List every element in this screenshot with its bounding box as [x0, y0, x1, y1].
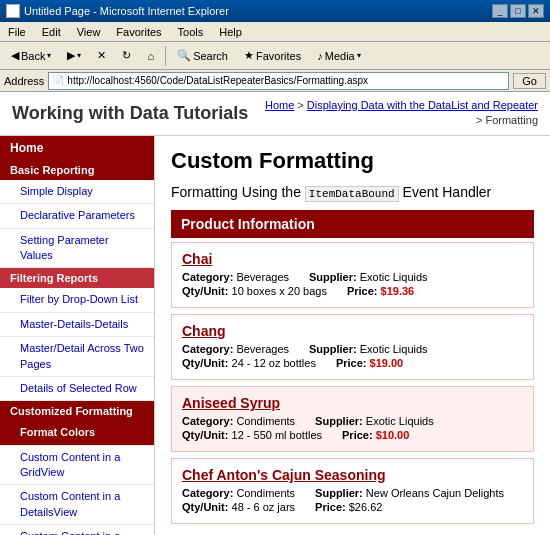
product-supplier-aniseed: Supplier: Exotic Liquids — [315, 415, 434, 427]
menu-favorites[interactable]: Favorites — [112, 24, 165, 40]
menu-edit[interactable]: Edit — [38, 24, 65, 40]
section-subtitle: Formatting Using the ItemDataBound Event… — [171, 184, 534, 200]
forward-button[interactable]: ▶ ▾ — [60, 46, 88, 65]
page-header: Working with Data Tutorials Home > Displ… — [0, 92, 550, 136]
sidebar: Home Basic Reporting Simple Display Decl… — [0, 136, 155, 535]
menu-tools[interactable]: Tools — [174, 24, 208, 40]
menu-file[interactable]: File — [4, 24, 30, 40]
page-content: Working with Data Tutorials Home > Displ… — [0, 92, 550, 535]
sidebar-section-customized: Customized Formatting — [0, 401, 154, 421]
ie-icon — [6, 4, 20, 18]
product-info-row-1: Category: Beverages Supplier: Exotic Liq… — [182, 271, 523, 283]
product-supplier-chefanton: Supplier: New Orleans Cajun Delights — [315, 487, 504, 499]
product-name-aniseed[interactable]: Aniseed Syrup — [182, 395, 523, 411]
media-icon: ♪ — [317, 50, 323, 62]
sidebar-item-custom-content[interactable]: Custom Content in a — [0, 525, 154, 535]
product-info-row-aniseed-1: Category: Condiments Supplier: Exotic Li… — [182, 415, 523, 427]
product-price-aniseed: Price: $10.00 — [342, 429, 409, 441]
sidebar-item-declarative-parameters[interactable]: Declarative Parameters — [0, 204, 154, 228]
title-bar: Untitled Page - Microsoft Internet Explo… — [0, 0, 550, 22]
product-info-row-chang-1: Category: Beverages Supplier: Exotic Liq… — [182, 343, 523, 355]
close-button[interactable]: ✕ — [528, 4, 544, 18]
menu-help[interactable]: Help — [215, 24, 246, 40]
maximize-button[interactable]: □ — [510, 4, 526, 18]
minimize-button[interactable]: _ — [492, 4, 508, 18]
toolbar: ◀ Back ▾ ▶ ▾ ✕ ↻ ⌂ 🔍 Search ★ Favorites … — [0, 42, 550, 70]
page-title: Custom Formatting — [171, 148, 534, 174]
breadcrumb: Home > Displaying Data with the DataList… — [265, 98, 538, 129]
product-qty-chefanton: Qty/Unit: 48 - 6 oz jars — [182, 501, 295, 513]
refresh-icon: ↻ — [122, 49, 131, 62]
sidebar-item-custom-detailsview[interactable]: Custom Content in a DetailsView — [0, 485, 154, 525]
sidebar-item-setting-parameter[interactable]: Setting Parameter Values — [0, 229, 154, 269]
breadcrumb-home[interactable]: Home — [265, 99, 294, 111]
address-input-container: 📄 http://localhost:4560/Code/DataListRep… — [48, 72, 509, 90]
product-category-chai: Category: Beverages — [182, 271, 289, 283]
media-button[interactable]: ♪ Media ▾ — [310, 47, 367, 65]
search-icon: 🔍 — [177, 49, 191, 62]
price-value-chefanton: $26.62 — [349, 501, 383, 513]
sidebar-section-filtering: Filtering Reports — [0, 268, 154, 288]
home-button[interactable]: ⌂ — [140, 47, 161, 65]
page-icon: 📄 — [52, 75, 64, 86]
product-info-row-chefanton-1: Category: Condiments Supplier: New Orlea… — [182, 487, 523, 499]
product-card-chai: Chai Category: Beverages Supplier: Exoti… — [171, 242, 534, 308]
back-button[interactable]: ◀ Back ▾ — [4, 46, 58, 65]
product-qty-chang: Qty/Unit: 24 - 12 oz bottles — [182, 357, 316, 369]
product-name-chang[interactable]: Chang — [182, 323, 523, 339]
product-card-chang: Chang Category: Beverages Supplier: Exot… — [171, 314, 534, 380]
sidebar-section-basic-reporting: Basic Reporting — [0, 160, 154, 180]
go-button[interactable]: Go — [513, 73, 546, 89]
stop-button[interactable]: ✕ — [90, 46, 113, 65]
back-dropdown-icon: ▾ — [47, 51, 51, 60]
sidebar-home[interactable]: Home — [0, 136, 154, 160]
sidebar-item-details-selected[interactable]: Details of Selected Row — [0, 377, 154, 401]
product-category-aniseed: Category: Condiments — [182, 415, 295, 427]
product-card-aniseed: Aniseed Syrup Category: Condiments Suppl… — [171, 386, 534, 452]
product-qty-chai: Qty/Unit: 10 boxes x 20 bags — [182, 285, 327, 297]
main-content: Custom Formatting Formatting Using the I… — [155, 136, 550, 535]
search-button[interactable]: 🔍 Search — [170, 46, 235, 65]
price-value-chai: $19.36 — [381, 285, 415, 297]
product-name-chefanton[interactable]: Chef Anton's Cajun Seasoning — [182, 467, 523, 483]
favorites-icon: ★ — [244, 49, 254, 62]
product-category-chang: Category: Beverages — [182, 343, 289, 355]
toolbar-separator-1 — [165, 46, 166, 66]
price-value-aniseed: $10.00 — [376, 429, 410, 441]
product-category-chefanton: Category: Condiments — [182, 487, 295, 499]
main-layout: Home Basic Reporting Simple Display Decl… — [0, 136, 550, 535]
media-dropdown-icon: ▾ — [357, 51, 361, 60]
refresh-button[interactable]: ↻ — [115, 46, 138, 65]
product-price-chai: Price: $19.36 — [347, 285, 414, 297]
forward-dropdown-icon: ▾ — [77, 51, 81, 60]
sidebar-item-master-detail-pages[interactable]: Master/Detail Across Two Pages — [0, 337, 154, 377]
product-info-row-aniseed-2: Qty/Unit: 12 - 550 ml bottles Price: $10… — [182, 429, 523, 441]
sidebar-item-custom-gridview[interactable]: Custom Content in a GridView — [0, 446, 154, 486]
breadcrumb-current: Formatting — [485, 114, 538, 126]
window-controls: _ □ ✕ — [492, 4, 544, 18]
event-name: ItemDataBound — [305, 186, 399, 202]
product-price-chefanton: Price: $26.62 — [315, 501, 382, 513]
back-arrow-icon: ◀ — [11, 49, 19, 62]
sidebar-item-format-colors[interactable]: Format Colors — [0, 421, 154, 445]
forward-arrow-icon: ▶ — [67, 49, 75, 62]
product-supplier-chai: Supplier: Exotic Liquids — [309, 271, 428, 283]
stop-icon: ✕ — [97, 49, 106, 62]
breadcrumb-parent[interactable]: Displaying Data with the DataList and Re… — [307, 99, 538, 111]
address-label: Address — [4, 75, 44, 87]
product-price-chang: Price: $19.00 — [336, 357, 403, 369]
sidebar-item-master-details[interactable]: Master-Details-Details — [0, 313, 154, 337]
home-icon: ⌂ — [147, 50, 154, 62]
favorites-button[interactable]: ★ Favorites — [237, 46, 308, 65]
product-info-row-chefanton-2: Qty/Unit: 48 - 6 oz jars Price: $26.62 — [182, 501, 523, 513]
sidebar-item-filter-dropdown[interactable]: Filter by Drop-Down List — [0, 288, 154, 312]
product-info-row-chang-2: Qty/Unit: 24 - 12 oz bottles Price: $19.… — [182, 357, 523, 369]
site-title: Working with Data Tutorials — [12, 103, 248, 124]
menu-view[interactable]: View — [73, 24, 105, 40]
product-name-chai[interactable]: Chai — [182, 251, 523, 267]
address-bar: Address 📄 http://localhost:4560/Code/Dat… — [0, 70, 550, 92]
price-value-chang: $19.00 — [370, 357, 404, 369]
sidebar-item-simple-display[interactable]: Simple Display — [0, 180, 154, 204]
address-url[interactable]: http://localhost:4560/Code/DataListRepea… — [67, 75, 368, 86]
product-info-row-2: Qty/Unit: 10 boxes x 20 bags Price: $19.… — [182, 285, 523, 297]
